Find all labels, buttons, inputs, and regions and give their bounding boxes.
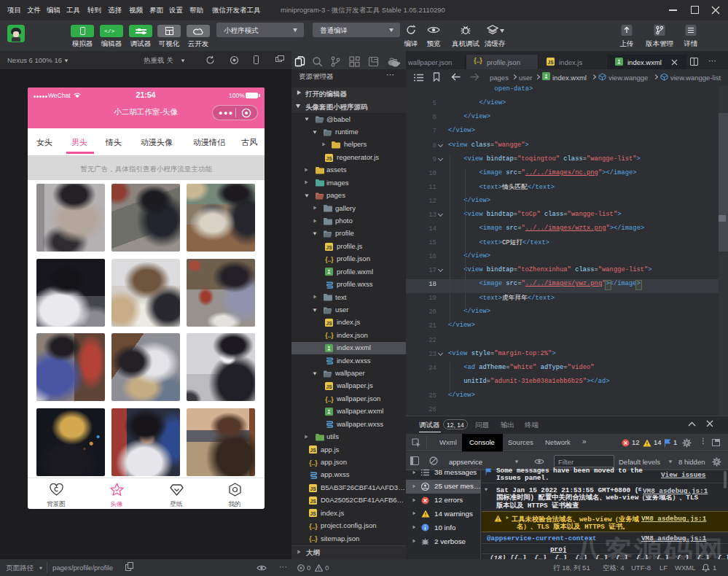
svg-text:{..}: {..} xyxy=(325,256,334,263)
svg-text:JS: JS xyxy=(326,244,333,249)
svg-text:{..}: {..} xyxy=(325,395,334,402)
svg-text:JS: JS xyxy=(326,155,333,160)
svg-text:JS: JS xyxy=(310,498,317,503)
svg-text:{..}: {..} xyxy=(309,459,318,466)
svg-text:JS: JS xyxy=(310,486,317,491)
svg-text:{..}: {..} xyxy=(325,332,334,339)
svg-text:{..}: {..} xyxy=(474,57,482,64)
svg-text:JS: JS xyxy=(326,384,333,389)
svg-text:JS: JS xyxy=(310,511,317,516)
svg-text:JS: JS xyxy=(310,448,317,453)
svg-text:{..}: {..} xyxy=(309,535,318,542)
svg-text:JS: JS xyxy=(548,60,555,65)
svg-text:JS: JS xyxy=(326,321,333,326)
svg-text:{..}: {..} xyxy=(309,522,318,529)
